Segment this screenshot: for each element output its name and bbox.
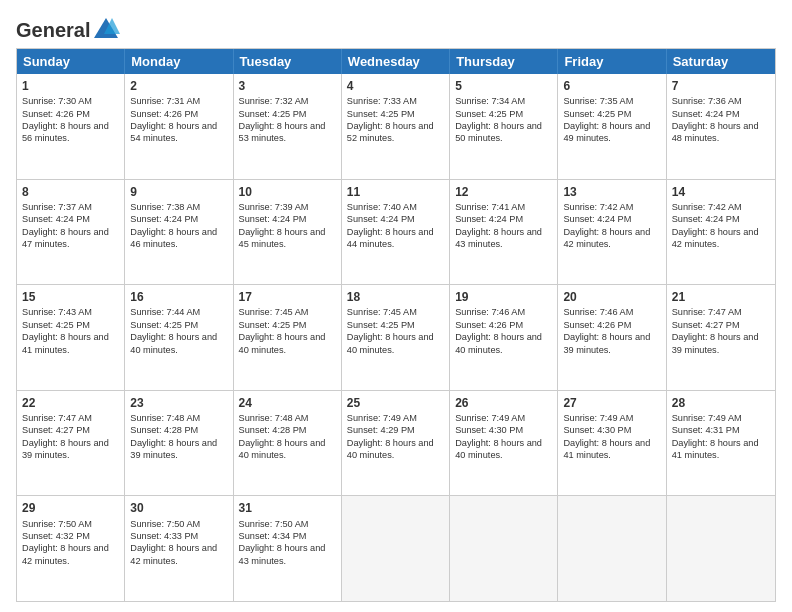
sunset: Sunset: 4:24 PM (455, 214, 523, 224)
day-number: 19 (455, 289, 552, 305)
calendar-cell-empty (342, 496, 450, 601)
daylight: Daylight: 8 hours and 39 minutes. (130, 438, 217, 460)
calendar-cell-30: 30Sunrise: 7:50 AMSunset: 4:33 PMDayligh… (125, 496, 233, 601)
daylight: Daylight: 8 hours and 40 minutes. (347, 438, 434, 460)
sunset: Sunset: 4:24 PM (563, 214, 631, 224)
daylight: Daylight: 8 hours and 54 minutes. (130, 121, 217, 143)
daylight: Daylight: 8 hours and 47 minutes. (22, 227, 109, 249)
sunset: Sunset: 4:33 PM (130, 531, 198, 541)
calendar-cell-27: 27Sunrise: 7:49 AMSunset: 4:30 PMDayligh… (558, 391, 666, 496)
sunset: Sunset: 4:27 PM (22, 425, 90, 435)
day-number: 3 (239, 78, 336, 94)
daylight: Daylight: 8 hours and 42 minutes. (672, 227, 759, 249)
sunrise: Sunrise: 7:47 AM (22, 413, 92, 423)
sunrise: Sunrise: 7:37 AM (22, 202, 92, 212)
day-number: 18 (347, 289, 444, 305)
daylight: Daylight: 8 hours and 42 minutes. (563, 227, 650, 249)
sunrise: Sunrise: 7:49 AM (455, 413, 525, 423)
daylight: Daylight: 8 hours and 49 minutes. (563, 121, 650, 143)
calendar-cell-21: 21Sunrise: 7:47 AMSunset: 4:27 PMDayligh… (667, 285, 775, 390)
calendar-cell-4: 4Sunrise: 7:33 AMSunset: 4:25 PMDaylight… (342, 74, 450, 179)
daylight: Daylight: 8 hours and 40 minutes. (239, 332, 326, 354)
calendar-cell-6: 6Sunrise: 7:35 AMSunset: 4:25 PMDaylight… (558, 74, 666, 179)
day-number: 5 (455, 78, 552, 94)
calendar-cell-12: 12Sunrise: 7:41 AMSunset: 4:24 PMDayligh… (450, 180, 558, 285)
sunrise: Sunrise: 7:34 AM (455, 96, 525, 106)
sunrise: Sunrise: 7:50 AM (130, 519, 200, 529)
calendar-cell-7: 7Sunrise: 7:36 AMSunset: 4:24 PMDaylight… (667, 74, 775, 179)
calendar-header: SundayMondayTuesdayWednesdayThursdayFrid… (17, 49, 775, 74)
daylight: Daylight: 8 hours and 48 minutes. (672, 121, 759, 143)
sunset: Sunset: 4:24 PM (130, 214, 198, 224)
calendar-cell-31: 31Sunrise: 7:50 AMSunset: 4:34 PMDayligh… (234, 496, 342, 601)
sunrise: Sunrise: 7:47 AM (672, 307, 742, 317)
calendar-cell-3: 3Sunrise: 7:32 AMSunset: 4:25 PMDaylight… (234, 74, 342, 179)
calendar-body: 1Sunrise: 7:30 AMSunset: 4:26 PMDaylight… (17, 74, 775, 601)
sunset: Sunset: 4:25 PM (239, 109, 307, 119)
sunrise: Sunrise: 7:30 AM (22, 96, 92, 106)
sunset: Sunset: 4:25 PM (347, 320, 415, 330)
day-number: 4 (347, 78, 444, 94)
daylight: Daylight: 8 hours and 40 minutes. (130, 332, 217, 354)
daylight: Daylight: 8 hours and 40 minutes. (455, 332, 542, 354)
header-day-tuesday: Tuesday (234, 49, 342, 74)
sunrise: Sunrise: 7:42 AM (672, 202, 742, 212)
day-number: 16 (130, 289, 227, 305)
sunrise: Sunrise: 7:49 AM (347, 413, 417, 423)
calendar-cell-20: 20Sunrise: 7:46 AMSunset: 4:26 PMDayligh… (558, 285, 666, 390)
calendar-row-4: 29Sunrise: 7:50 AMSunset: 4:32 PMDayligh… (17, 495, 775, 601)
header-day-monday: Monday (125, 49, 233, 74)
daylight: Daylight: 8 hours and 52 minutes. (347, 121, 434, 143)
calendar-cell-empty (450, 496, 558, 601)
calendar-cell-23: 23Sunrise: 7:48 AMSunset: 4:28 PMDayligh… (125, 391, 233, 496)
sunset: Sunset: 4:25 PM (22, 320, 90, 330)
day-number: 14 (672, 184, 770, 200)
sunset: Sunset: 4:26 PM (130, 109, 198, 119)
day-number: 6 (563, 78, 660, 94)
sunset: Sunset: 4:24 PM (672, 109, 740, 119)
sunrise: Sunrise: 7:49 AM (563, 413, 633, 423)
sunrise: Sunrise: 7:42 AM (563, 202, 633, 212)
daylight: Daylight: 8 hours and 39 minutes. (672, 332, 759, 354)
daylight: Daylight: 8 hours and 50 minutes. (455, 121, 542, 143)
daylight: Daylight: 8 hours and 39 minutes. (22, 438, 109, 460)
calendar-row-1: 8Sunrise: 7:37 AMSunset: 4:24 PMDaylight… (17, 179, 775, 285)
sunrise: Sunrise: 7:49 AM (672, 413, 742, 423)
sunrise: Sunrise: 7:35 AM (563, 96, 633, 106)
day-number: 12 (455, 184, 552, 200)
daylight: Daylight: 8 hours and 39 minutes. (563, 332, 650, 354)
sunrise: Sunrise: 7:33 AM (347, 96, 417, 106)
calendar-cell-25: 25Sunrise: 7:49 AMSunset: 4:29 PMDayligh… (342, 391, 450, 496)
day-number: 7 (672, 78, 770, 94)
daylight: Daylight: 8 hours and 40 minutes. (239, 438, 326, 460)
sunset: Sunset: 4:28 PM (239, 425, 307, 435)
sunset: Sunset: 4:28 PM (130, 425, 198, 435)
calendar: SundayMondayTuesdayWednesdayThursdayFrid… (16, 48, 776, 602)
sunrise: Sunrise: 7:46 AM (455, 307, 525, 317)
sunrise: Sunrise: 7:40 AM (347, 202, 417, 212)
calendar-cell-19: 19Sunrise: 7:46 AMSunset: 4:26 PMDayligh… (450, 285, 558, 390)
calendar-cell-1: 1Sunrise: 7:30 AMSunset: 4:26 PMDaylight… (17, 74, 125, 179)
calendar-cell-5: 5Sunrise: 7:34 AMSunset: 4:25 PMDaylight… (450, 74, 558, 179)
day-number: 25 (347, 395, 444, 411)
calendar-row-2: 15Sunrise: 7:43 AMSunset: 4:25 PMDayligh… (17, 284, 775, 390)
sunrise: Sunrise: 7:36 AM (672, 96, 742, 106)
daylight: Daylight: 8 hours and 40 minutes. (347, 332, 434, 354)
calendar-cell-26: 26Sunrise: 7:49 AMSunset: 4:30 PMDayligh… (450, 391, 558, 496)
day-number: 23 (130, 395, 227, 411)
sunrise: Sunrise: 7:50 AM (239, 519, 309, 529)
calendar-cell-empty (558, 496, 666, 601)
calendar-cell-11: 11Sunrise: 7:40 AMSunset: 4:24 PMDayligh… (342, 180, 450, 285)
sunrise: Sunrise: 7:48 AM (239, 413, 309, 423)
day-number: 11 (347, 184, 444, 200)
sunset: Sunset: 4:29 PM (347, 425, 415, 435)
calendar-cell-10: 10Sunrise: 7:39 AMSunset: 4:24 PMDayligh… (234, 180, 342, 285)
sunrise: Sunrise: 7:31 AM (130, 96, 200, 106)
calendar-cell-8: 8Sunrise: 7:37 AMSunset: 4:24 PMDaylight… (17, 180, 125, 285)
sunset: Sunset: 4:24 PM (239, 214, 307, 224)
sunrise: Sunrise: 7:41 AM (455, 202, 525, 212)
sunrise: Sunrise: 7:50 AM (22, 519, 92, 529)
sunrise: Sunrise: 7:46 AM (563, 307, 633, 317)
daylight: Daylight: 8 hours and 56 minutes. (22, 121, 109, 143)
daylight: Daylight: 8 hours and 41 minutes. (22, 332, 109, 354)
